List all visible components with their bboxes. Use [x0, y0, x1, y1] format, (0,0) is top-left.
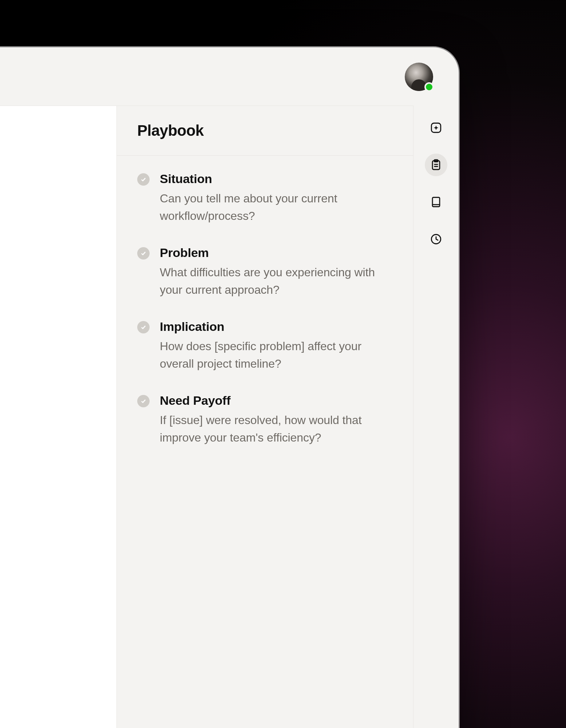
playbook-item-prompt: Can you tell me about your current workf… [160, 190, 393, 225]
playbook-item-prompt: How does [specific problem] affect your … [160, 337, 393, 372]
app-window: Playbook Situation Can you tell me about… [0, 47, 459, 728]
svg-rect-4 [432, 197, 440, 207]
status-online-icon [424, 82, 434, 92]
rail-playbook-button[interactable] [425, 154, 447, 176]
topbar [0, 47, 459, 106]
panel-title: Playbook [137, 122, 393, 139]
clipboard-icon [430, 159, 442, 171]
rail-ai-button[interactable] [425, 116, 447, 139]
panel-header: Playbook [117, 106, 413, 156]
playbook-item-prompt: If [issue] were resolved, how would that… [160, 411, 393, 446]
check-icon [137, 173, 150, 186]
rail-library-button[interactable] [425, 191, 447, 213]
call-controls [0, 120, 98, 136]
panel-body: Situation Can you tell me about your cur… [117, 156, 413, 462]
ai-sparkle-icon [430, 122, 442, 134]
clock-icon [430, 233, 442, 245]
playbook-item-label: Situation [160, 172, 393, 186]
rail-history-button[interactable] [425, 228, 447, 250]
playbook-item-label: Implication [160, 320, 393, 334]
playbook-item-problem[interactable]: Problem What difficulties are you experi… [137, 246, 393, 298]
book-icon [430, 196, 442, 208]
playbook-panel: Playbook Situation Can you tell me about… [116, 106, 413, 728]
check-icon [137, 321, 150, 333]
side-rail [413, 106, 459, 728]
body: Playbook Situation Can you tell me about… [0, 106, 459, 728]
playbook-item-implication[interactable]: Implication How does [specific problem] … [137, 320, 393, 372]
check-icon [137, 247, 150, 260]
playbook-item-need-payoff[interactable]: Need Payoff If [issue] were resolved, ho… [137, 393, 393, 446]
avatar-button[interactable] [405, 63, 433, 91]
playbook-item-label: Problem [160, 246, 393, 260]
playbook-item-situation[interactable]: Situation Can you tell me about your cur… [137, 172, 393, 225]
playbook-item-label: Need Payoff [160, 393, 393, 408]
main-column [0, 106, 116, 728]
playbook-item-prompt: What difficulties are you experiencing w… [160, 264, 393, 298]
check-icon [137, 395, 150, 407]
